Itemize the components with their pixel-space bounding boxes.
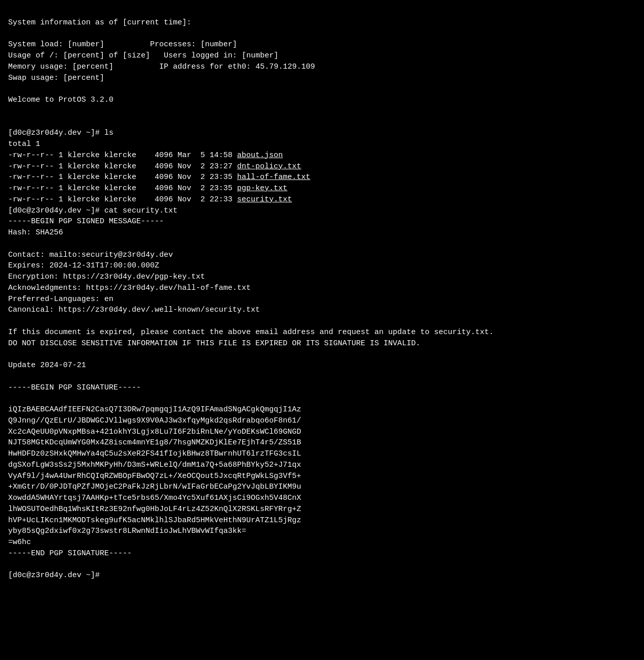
do-not-disclose: DO NOT DISCLOSE SENSITIVE INFORMATION IF… — [8, 339, 420, 348]
pgp-sig-begin: -----BEGIN PGP SIGNATURE----- — [8, 383, 141, 392]
ls-file-3: -rw-r--r-- 1 klercke klercke 4096 Nov 2 … — [8, 173, 310, 182]
pgp-hash: Hash: SHA256 — [8, 228, 63, 237]
file-link-dnt[interactable]: dnt-policy.txt — [237, 162, 301, 171]
canonical: Canonical: https://z3r0d4y.dev/.well-kno… — [8, 306, 260, 314]
ls-file-2: -rw-r--r-- 1 klercke klercke 4096 Nov 2 … — [8, 162, 301, 171]
pgp-sig-end: -----END PGP SIGNATURE----- — [8, 549, 132, 558]
sysinfo-load: System load: [number] Processes: [number… — [8, 40, 237, 49]
sysinfo-header: System information as of [current time]: — [8, 18, 191, 27]
acknowledgments: Acknowledgments: https://z3r0d4y.dev/hal… — [8, 284, 251, 292]
prompt-cat: [d0c@z3r0d4y.dev ~]# cat security.txt — [8, 206, 178, 215]
sysinfo-memory: Memory usage: [percent] IP address for e… — [8, 63, 315, 71]
preferred-languages: Preferred-Languages: en — [8, 295, 113, 304]
prompt-final: [d0c@z3r0d4y.dev ~]# — [8, 571, 100, 580]
ls-file-5: -rw-r--r-- 1 klercke klercke 4096 Nov 2 … — [8, 195, 292, 204]
file-link-halloffame[interactable]: hall-of-fame.txt — [237, 173, 310, 182]
file-link-security[interactable]: security.txt — [237, 195, 292, 204]
ls-file-1: -rw-r--r-- 1 klercke klercke 4096 Mar 5 … — [8, 151, 283, 160]
sysinfo-swap: Swap usage: [percent] — [8, 74, 104, 82]
encryption: Encryption: https://z3r0d4y.dev/pgp-key.… — [8, 273, 205, 281]
prompt-ls: [d0c@z3r0d4y.dev ~]# ls — [8, 129, 113, 137]
pgp-begin-signed: -----BEGIN PGP SIGNED MESSAGE----- — [8, 217, 164, 226]
welcome-message: Welcome to ProtOS 3.2.0 — [8, 96, 113, 104]
ls-file-4: -rw-r--r-- 1 klercke klercke 4096 Nov 2 … — [8, 184, 287, 193]
ls-total: total 1 — [8, 140, 40, 148]
terminal-window: System information as of [current time]:… — [8, 6, 636, 581]
expired-notice: If this document is expired, please cont… — [8, 328, 493, 337]
file-link-pgpkey[interactable]: pgp-key.txt — [237, 184, 287, 193]
signature-block: iQIzBAEBCAAdfIEEFN2CasQ7I3DRw7pqmgqjI1Az… — [8, 405, 301, 547]
contact: Contact: mailto:security@z3r0d4y.dev — [8, 251, 173, 259]
update-line: Update 2024-07-21 — [8, 361, 86, 370]
sysinfo-usage: Usage of /: [percent] of [size] Users lo… — [8, 51, 278, 60]
expires: Expires: 2024-12-31T17:00:00.000Z — [8, 261, 159, 270]
file-link-about[interactable]: about.json — [237, 151, 283, 160]
